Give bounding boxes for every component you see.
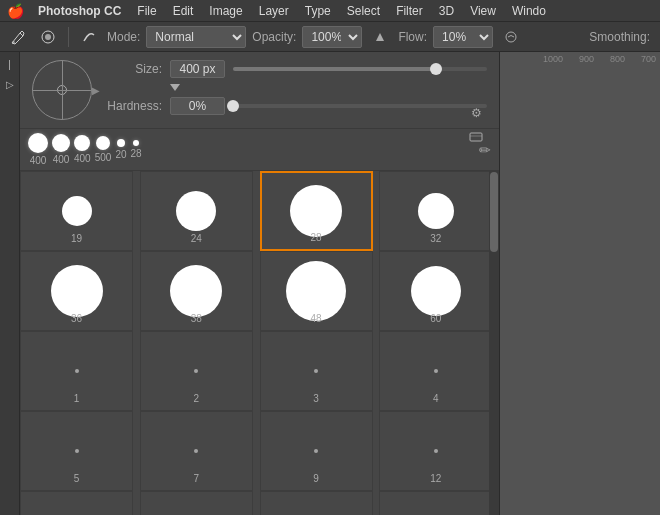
brush-cell-18[interactable]: [260, 491, 373, 515]
menubar-layer[interactable]: Layer: [251, 0, 297, 22]
brush-circle-3: [418, 193, 454, 229]
menubar-3d[interactable]: 3D: [431, 0, 462, 22]
brush-cell-label-6: 48: [310, 313, 321, 324]
opacity-icon[interactable]: [368, 25, 392, 49]
brush-cell-3[interactable]: 32: [379, 171, 492, 251]
preset-label-4: 20: [115, 149, 126, 160]
brush-tool-button[interactable]: [6, 25, 30, 49]
tool-left-icon-2[interactable]: ▷: [2, 76, 18, 92]
brush-cell-label-10: 3: [313, 393, 319, 404]
mode-select[interactable]: Normal: [146, 26, 246, 48]
brush-cell-6[interactable]: 48: [260, 251, 373, 331]
brush-cell-label-14: 9: [313, 473, 319, 484]
flow-icon[interactable]: [499, 25, 523, 49]
hardness-slider-track[interactable]: [233, 104, 487, 108]
preset-thumb-4[interactable]: 20: [115, 139, 126, 160]
apple-menu[interactable]: 🍎: [0, 3, 30, 19]
brush-cell-7[interactable]: 60: [379, 251, 492, 331]
brush-cell-19[interactable]: [379, 491, 492, 515]
menubar-select[interactable]: Select: [339, 0, 388, 22]
preset-circle-0: [28, 133, 48, 153]
menubar-file[interactable]: File: [129, 0, 164, 22]
ruler-900: 900: [579, 54, 594, 64]
panel-mask-icon[interactable]: [467, 128, 485, 146]
brush-circle-10: [314, 369, 318, 373]
brush-cell-label-7: 60: [430, 313, 441, 324]
brush-cell-8[interactable]: 1: [20, 331, 133, 411]
brush-scrollbar[interactable]: [489, 171, 499, 515]
brush-cell-label-13: 7: [193, 473, 199, 484]
preset-thumb-5[interactable]: 28: [131, 140, 142, 159]
brush-expand-arrow[interactable]: ▶: [92, 85, 100, 96]
ruler-1000: 1000: [543, 54, 563, 64]
hardness-slider-thumb[interactable]: [227, 100, 239, 112]
hardness-input[interactable]: [170, 97, 225, 115]
ruler-700: 700: [641, 54, 656, 64]
menubar-filter[interactable]: Filter: [388, 0, 431, 22]
brush-circle-2: [290, 185, 342, 237]
preset-label-2: 400: [74, 153, 91, 164]
opacity-select[interactable]: 100%: [302, 26, 362, 48]
smoothing-label: Smoothing:: [589, 30, 654, 44]
menubar: 🍎 Photoshop CC File Edit Image Layer Typ…: [0, 0, 660, 22]
size-slider-track[interactable]: [233, 67, 487, 71]
size-slider-row: Size:: [102, 60, 487, 78]
brush-cell-13[interactable]: 7: [140, 411, 253, 491]
brush-cell-15[interactable]: 12: [379, 411, 492, 491]
apple-icon: 🍎: [7, 3, 24, 19]
opacity-label: Opacity:: [252, 30, 296, 44]
preset-circle-1: [52, 134, 70, 152]
brush-cell-label-11: 4: [433, 393, 439, 404]
toolbar: Mode: Normal Opacity: 100% Flow: 10% Smo…: [0, 22, 660, 52]
canvas-area[interactable]: 1000 900 800 700: [500, 52, 660, 515]
brush-cell-label-9: 2: [193, 393, 199, 404]
svg-point-3: [506, 32, 516, 42]
preset-thumb-2[interactable]: 400: [74, 135, 91, 164]
brush-cell-17[interactable]: [140, 491, 253, 515]
preset-circle-2: [74, 135, 90, 151]
preset-circle-5: [133, 140, 139, 146]
brush-scrollbar-thumb[interactable]: [490, 172, 498, 252]
brush-circle-1: [176, 191, 216, 231]
brush-presets-row: 400 400 400 500 20 28 ✏: [20, 129, 499, 171]
size-slider-track-container: [233, 67, 487, 71]
brush-cell-2[interactable]: 28: [260, 171, 373, 251]
brush-cell-11[interactable]: 4: [379, 331, 492, 411]
size-input[interactable]: [170, 60, 225, 78]
panel-icons: ⚙: [467, 104, 485, 146]
brush-cell-12[interactable]: 5: [20, 411, 133, 491]
preset-label-1: 400: [53, 154, 70, 165]
size-label: Size:: [102, 62, 162, 76]
brush-options-button[interactable]: [36, 25, 60, 49]
tool-left-icon-1[interactable]: |: [2, 56, 18, 72]
brush-cell-14[interactable]: 9: [260, 411, 373, 491]
preset-thumb-1[interactable]: 400: [52, 134, 70, 165]
preset-thumb-3[interactable]: 500: [95, 136, 112, 163]
menubar-photoshop[interactable]: Photoshop CC: [30, 0, 129, 22]
size-slider-thumb[interactable]: [430, 63, 442, 75]
main-area: | ▷ ▶ Size:: [0, 52, 660, 515]
brush-preset-icon[interactable]: [77, 25, 101, 49]
preset-label-5: 28: [131, 148, 142, 159]
menubar-edit[interactable]: Edit: [165, 0, 202, 22]
brush-cell-10[interactable]: 3: [260, 331, 373, 411]
brush-cell-5[interactable]: 38: [140, 251, 253, 331]
brush-cell-4[interactable]: 36: [20, 251, 133, 331]
menubar-window[interactable]: Windo: [504, 0, 554, 22]
brush-cell-1[interactable]: 24: [140, 171, 253, 251]
brush-cell-16[interactable]: [20, 491, 133, 515]
menubar-type[interactable]: Type: [297, 0, 339, 22]
menubar-view[interactable]: View: [462, 0, 504, 22]
flow-select[interactable]: 10%: [433, 26, 493, 48]
preset-thumb-0[interactable]: 400: [28, 133, 48, 166]
svg-point-2: [45, 34, 51, 40]
preset-circle-4: [117, 139, 125, 147]
brush-sliders: Size: Hardness:: [102, 60, 487, 115]
brush-cell-9[interactable]: 2: [140, 331, 253, 411]
brush-cell-0[interactable]: 19: [20, 171, 133, 251]
flow-label: Flow:: [398, 30, 427, 44]
brush-grid: 1924283236384860123457912: [20, 171, 499, 515]
panel-settings-icon[interactable]: ⚙: [467, 104, 485, 122]
menubar-image[interactable]: Image: [201, 0, 250, 22]
brush-cell-label-3: 32: [430, 233, 441, 244]
